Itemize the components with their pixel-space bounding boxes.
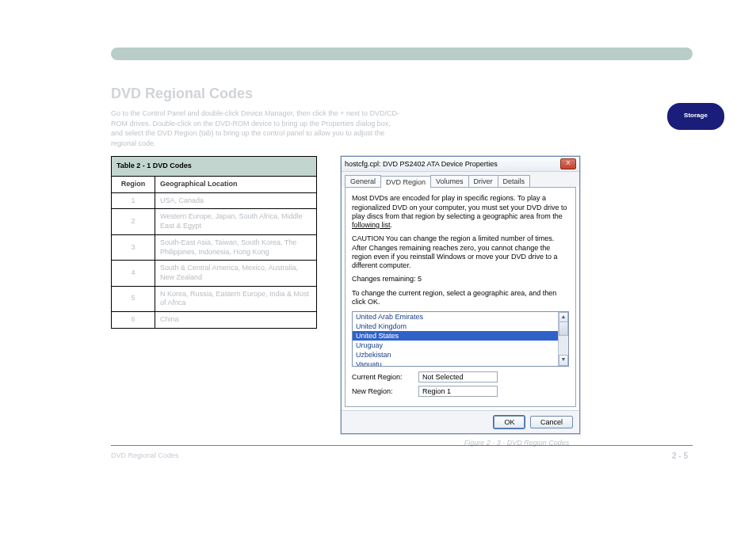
table-row: 6China [112,311,317,328]
tab-driver[interactable]: Driver [468,175,498,187]
footer-page-number: 2 - 5 [672,451,688,460]
region-listbox[interactable]: United Arab Emirates United Kingdom Unit… [352,311,569,367]
current-region-label: Current Region: [352,373,414,381]
dialog-tabs: General DVD Region Volumes Driver Detail… [342,172,579,187]
panel-text-caution: CAUTION You can change the region a limi… [352,234,569,270]
intro-paragraph: Go to the Control Panel and double-click… [111,109,404,148]
cancel-button[interactable]: Cancel [530,416,573,428]
new-region-value: Region 1 [418,386,498,397]
table-caption: Table 2 - 1 DVD Codes [112,157,317,177]
table-row: 3South-East Asia, Taiwan, South Korea, T… [112,234,317,260]
dvd-codes-table: Table 2 - 1 DVD Codes Region Geographica… [111,156,317,328]
section-banner [111,48,693,60]
side-badge: StorageDevices [667,103,724,130]
col-header-region: Region [112,177,155,193]
list-item[interactable]: United Arab Emirates [353,312,568,322]
col-header-location: Geographical Location [155,177,317,193]
list-item-selected[interactable]: United States [353,331,568,341]
properties-dialog: hostcfg.cpl: DVD PS2402 ATA Device Prope… [341,156,580,434]
dialog-panel: Most DVDs are encoded for play in specif… [345,187,576,407]
scroll-thumb[interactable] [559,322,568,336]
listbox-scrollbar[interactable]: ▲ ▼ [558,312,568,366]
scroll-down-icon[interactable]: ▼ [559,355,568,366]
new-region-label: New Region: [352,387,414,395]
panel-text-changes: Changes remaining: 5 [352,275,569,284]
page-title: DVD Regional Codes [111,86,693,102]
tab-dvd-region[interactable]: DVD Region [380,176,431,188]
list-item[interactable]: United Kingdom [353,322,568,331]
dialog-titlebar[interactable]: hostcfg.cpl: DVD PS2402 ATA Device Prope… [342,157,579,172]
tab-volumes[interactable]: Volumes [430,175,469,187]
dialog-button-row: OK Cancel [342,410,579,433]
panel-text-instruction: To change the current region, select a g… [352,289,569,307]
close-button[interactable]: X [560,158,576,169]
table-row: 1USA, Canada [112,192,317,209]
panel-text-1: Most DVDs are encoded for play in specif… [352,194,569,230]
ok-button[interactable]: OK [494,416,525,428]
footer-left: DVD Regional Codes [111,451,179,459]
table-row: 2Western Europe, Japan, South Africa, Mi… [112,209,317,234]
page-footer-rule [111,445,693,446]
current-region-value: Not Selected [418,371,498,383]
table-row: 4South & Central America, Mexico, Austra… [112,261,317,286]
table-row: 5N Korea, Russia, Eastern Europe, India … [112,286,317,311]
list-item[interactable]: Vanuatu [353,360,568,367]
tab-details[interactable]: Details [498,175,531,187]
tab-general[interactable]: General [345,175,381,187]
list-item[interactable]: Uruguay [353,341,568,350]
list-item[interactable]: Uzbekistan [353,350,568,360]
dialog-title: hostcfg.cpl: DVD PS2402 ATA Device Prope… [345,160,498,168]
